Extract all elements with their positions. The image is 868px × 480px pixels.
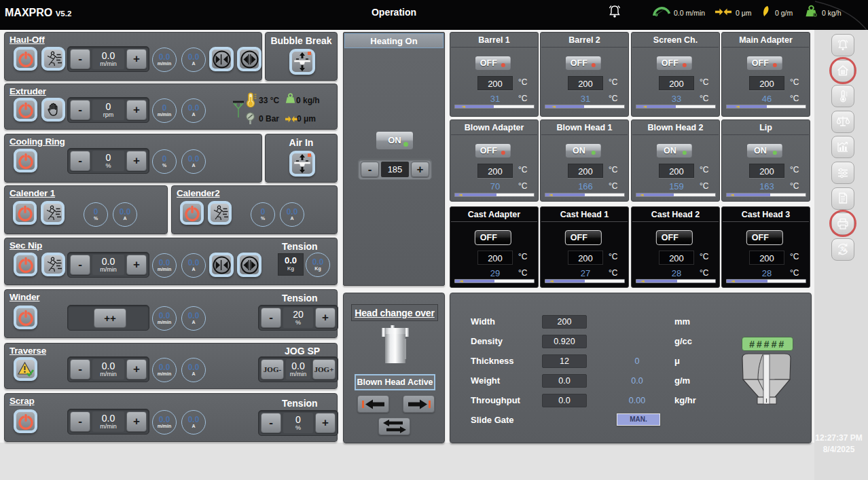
svg-text:A: A bbox=[844, 247, 848, 253]
